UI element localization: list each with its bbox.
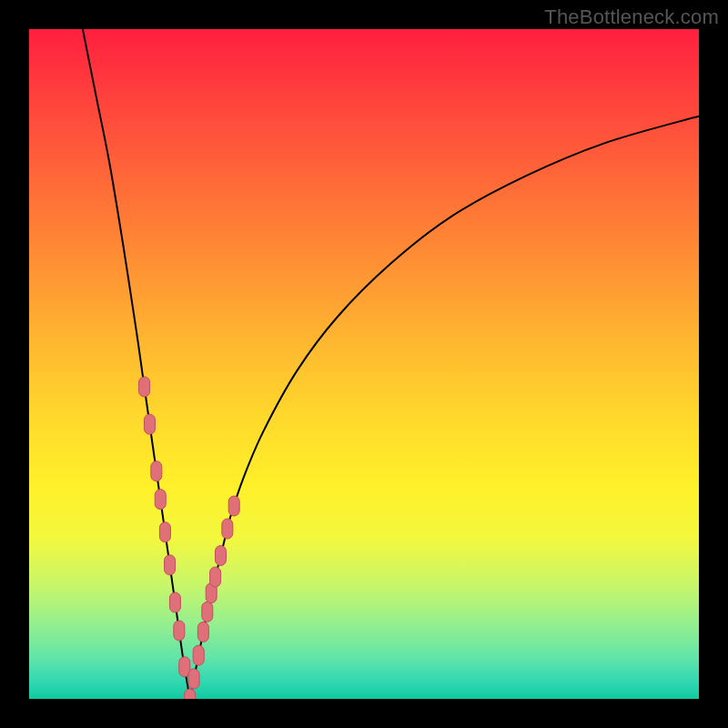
data-marker (193, 645, 204, 665)
curves-svg (29, 29, 699, 699)
data-marker (185, 689, 196, 699)
chart-frame: TheBottleneck.com (0, 0, 728, 728)
data-marker (151, 461, 162, 481)
data-marker (210, 567, 221, 587)
data-marker (222, 519, 233, 539)
data-marker (197, 622, 208, 642)
series-bottleneck-right (190, 116, 699, 699)
data-marker (215, 545, 226, 565)
data-marker (169, 592, 180, 612)
data-marker (188, 669, 199, 689)
data-markers (139, 377, 240, 699)
data-marker (165, 555, 176, 575)
data-marker (139, 377, 150, 397)
data-marker (144, 414, 155, 434)
data-marker (159, 522, 170, 542)
data-marker (202, 602, 213, 622)
data-marker (228, 496, 239, 516)
data-marker (155, 490, 166, 510)
plot-area (29, 29, 699, 699)
watermark-text: TheBottleneck.com (544, 5, 719, 29)
data-marker (174, 621, 185, 641)
